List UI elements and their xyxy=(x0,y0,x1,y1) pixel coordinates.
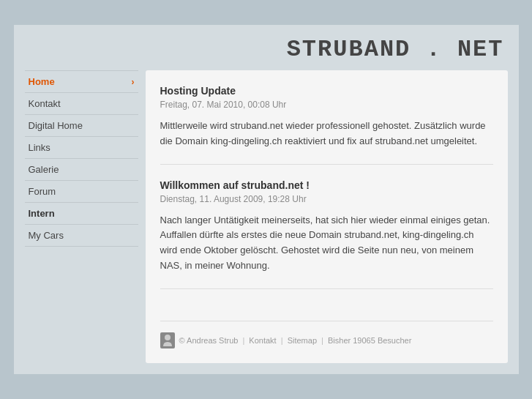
post-1: Willkommen auf struband.net !Dienstag, 1… xyxy=(160,179,493,289)
sidebar-item-intern[interactable]: Intern xyxy=(25,203,138,225)
footer-visitor-count: Bisher 19065 Besucher xyxy=(328,336,411,345)
user-icon xyxy=(160,332,175,348)
nav-item-label: Digital Home xyxy=(29,120,83,131)
nav-item-label: Intern xyxy=(29,208,55,219)
content-area: Hosting UpdateFreitag, 07. Mai 2010, 00:… xyxy=(146,70,508,363)
sidebar-item-galerie[interactable]: Galerie xyxy=(25,159,138,181)
post-body: Mittlerweile wird struband.net wieder pr… xyxy=(160,119,493,149)
sidebar-item-home[interactable]: Home› xyxy=(25,70,138,93)
nav-arrow-icon: › xyxy=(132,77,135,87)
sidebar-item-digital-home[interactable]: Digital Home xyxy=(25,115,138,137)
sidebar-item-links[interactable]: Links xyxy=(25,137,138,159)
sidebar: Home›KontaktDigital HomeLinksGalerieForu… xyxy=(25,70,138,363)
post-body: Nach langer Untätigkeit meinerseits, hat… xyxy=(160,213,493,274)
site-title: Struband . Net xyxy=(287,36,504,63)
post-title: Hosting Update xyxy=(160,85,493,97)
content-spacer xyxy=(160,304,493,313)
page-wrapper: Struband . Net Home›KontaktDigital HomeL… xyxy=(14,25,519,374)
header: Struband . Net xyxy=(25,36,508,63)
footer: © Andreas Strub | Kontakt | Sitemap | Bi… xyxy=(160,321,493,348)
sidebar-item-my-cars[interactable]: My Cars xyxy=(25,225,138,247)
post-date: Dienstag, 11. August 2009, 19:28 Uhr xyxy=(160,194,493,204)
nav-item-label: Home xyxy=(29,76,55,87)
post-0: Hosting UpdateFreitag, 07. Mai 2010, 00:… xyxy=(160,85,493,165)
footer-link-kontakt[interactable]: Kontakt xyxy=(249,336,276,345)
nav-item-label: My Cars xyxy=(29,230,64,241)
nav-item-label: Links xyxy=(29,142,50,153)
nav-item-label: Galerie xyxy=(29,164,59,175)
sidebar-item-kontakt[interactable]: Kontakt xyxy=(25,93,138,115)
post-title: Willkommen auf struband.net ! xyxy=(160,179,493,191)
footer-text: © Andreas Strub | Kontakt | Sitemap | Bi… xyxy=(179,336,412,345)
footer-copyright: © Andreas Strub xyxy=(179,336,239,345)
footer-link-sitemap[interactable]: Sitemap xyxy=(288,336,317,345)
main-layout: Home›KontaktDigital HomeLinksGalerieForu… xyxy=(25,70,508,363)
nav-item-label: Kontakt xyxy=(29,98,61,109)
nav-item-label: Forum xyxy=(29,186,56,197)
svg-point-0 xyxy=(165,335,171,340)
sidebar-item-forum[interactable]: Forum xyxy=(25,181,138,203)
post-date: Freitag, 07. Mai 2010, 00:08 Uhr xyxy=(160,100,493,110)
